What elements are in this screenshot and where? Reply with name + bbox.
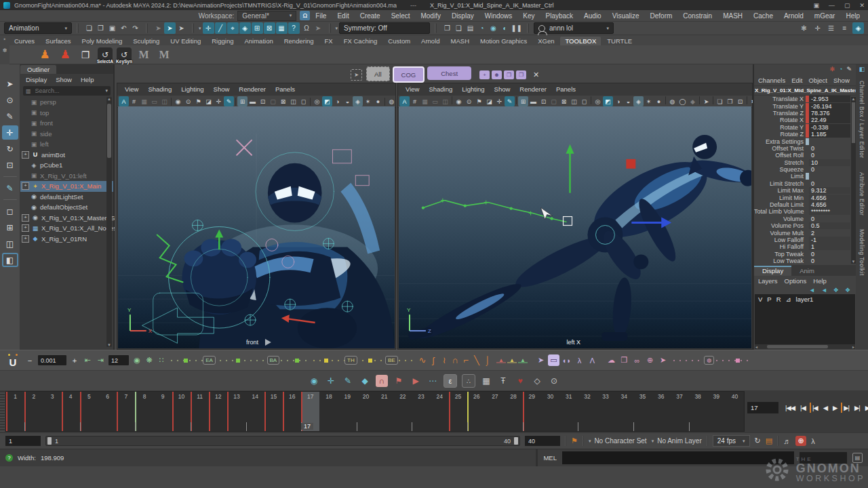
range-end-grip[interactable] [514,437,518,445]
screen-space-ao-icon[interactable]: ◻ [579,96,589,106]
timeline-frame[interactable]: 10 [172,392,191,431]
channel-box-menu-item[interactable]: Object [809,77,827,84]
step-forward-frame-button[interactable]: ▶| [853,403,861,413]
channel-attribute-row[interactable]: Total Limb Volume ******** [754,208,850,215]
timeline-frame[interactable]: 1 [6,392,24,431]
viewport-menu-item[interactable]: Renderer [515,85,551,93]
menu-item[interactable]: Windows [479,12,518,20]
timeline-frame[interactable]: 5 [80,392,98,431]
light-editor-icon[interactable]: ◐ [499,22,511,34]
attribute-value[interactable] [809,173,850,180]
time-slider-handle[interactable] [0,391,5,432]
overshoot-slider[interactable]: TH BE [312,355,414,365]
play-backwards-button[interactable]: ◀ [822,403,829,413]
timeline-frame[interactable]: 24 [431,392,449,431]
expand-icon[interactable] [22,151,29,159]
timeline-frame[interactable]: 40 [726,392,744,431]
menu-item[interactable]: Visualize [607,12,645,20]
layer-editor-tab[interactable]: Display [754,266,791,276]
rig-head-icon[interactable]: ◉ [308,375,320,387]
textured-icon[interactable]: ⊡ [538,96,549,106]
channel-box-menu-item[interactable]: Show [833,77,850,84]
attribute-value[interactable]: 1.185 [809,131,850,138]
tween-minus-button[interactable]: − [25,357,35,365]
curve-bounce-icon[interactable]: ∩ [450,355,460,365]
mash-editor-icon[interactable]: ✻ [798,22,810,34]
shelf-tab[interactable]: MASH [446,37,474,45]
soft-select-icon[interactable]: ? [288,22,300,34]
curve-linear-icon[interactable]: ╲ [471,355,482,365]
channel-attribute-row[interactable]: Volume 0 [754,216,850,222]
grease-pencil-icon[interactable]: ✎ [224,96,234,106]
expand-icon[interactable] [22,235,29,243]
timeline-frame[interactable]: 11 [191,392,209,431]
timeline-frame[interactable]: 27 [486,392,504,431]
search-icon[interactable]: ⊙ [548,375,560,387]
outliner-search[interactable]: ▥ ▾ [23,86,111,96]
open-scene-icon[interactable]: ❒ [95,22,106,34]
outliner-menu-item[interactable]: Help [81,76,94,83]
layer-editor-tab[interactable]: Anim [791,266,823,276]
textured-icon[interactable]: ⊡ [258,96,268,106]
shelf-tab[interactable]: Arnold [416,37,444,45]
attribute-value[interactable]: 0 [809,152,850,159]
slider-handle[interactable] [736,359,740,363]
timeline-frame[interactable]: 20 [357,392,375,431]
menu-item[interactable]: Arnold [778,12,809,20]
shelf-copy-skin-icon[interactable]: ❐ [77,47,94,63]
picker-tab[interactable]: All [366,66,390,81]
tangent-marker-green-icon[interactable]: ▲ [518,357,528,363]
picker-folder-icon[interactable]: ❒ [504,70,514,79]
timeline-frame[interactable]: 3 [43,392,61,431]
attribute-value[interactable]: 4.656 [809,201,850,208]
move-layer-down-icon[interactable]: ◄ [821,287,827,293]
shelf-tab[interactable]: Curves [9,37,39,45]
step-forward-key-button[interactable]: ▶| [841,403,850,413]
dot-path-icon[interactable]: ∴ [462,374,475,388]
curve-ease-icon[interactable]: ʃ [428,355,439,365]
shelf-tab[interactable]: XGen [533,37,559,45]
timeline-frame[interactable]: 7 [117,392,135,431]
play-forward-button[interactable]: ▶ [831,403,838,413]
help-icon[interactable]: ? [5,454,13,462]
outliner-item[interactable]: ◈ pCube1 [20,160,113,171]
tools-icon[interactable]: Ŧ [497,375,509,387]
film-gate-icon[interactable]: ▭ [149,96,159,106]
menu-set-selector[interactable]: Animation▾ [4,22,72,34]
pencil-edit-icon[interactable]: ✎ [846,66,852,74]
sidebar-dock-icon[interactable]: ◧ [859,66,865,73]
lock-selection-icon[interactable]: Ω [301,22,313,34]
all-lights-icon[interactable]: ⊠ [278,96,288,106]
current-frame-field[interactable]: 17 [747,402,778,413]
grease-pencil-icon[interactable]: ✎ [505,96,515,106]
shadows-icon[interactable]: ◫ [569,96,579,106]
menu-item[interactable]: Cache [748,12,778,20]
layer-editor-menu-item[interactable]: Help [813,277,827,285]
menu-item[interactable]: Key [517,12,540,20]
xray-icon[interactable]: ◩ [322,96,332,106]
clapper-icon[interactable]: ▤ [766,436,772,445]
channel-attribute-row[interactable]: Limit [754,173,850,180]
expand-icon[interactable] [22,214,29,222]
select-one-icon[interactable]: ➤ [535,354,547,366]
scroll-down-icon[interactable]: ▼ [106,343,112,347]
viewport-menu-item[interactable]: View [401,85,424,93]
outliner-item[interactable]: ▣ front [20,118,113,129]
snap-projected-center-icon[interactable]: ◈ [239,22,251,34]
film-gate-icon[interactable]: ▭ [430,96,440,106]
timeline-frame[interactable]: 21 [375,392,393,431]
euler-filter-icon[interactable]: ε [443,374,457,388]
last-tool-pencil-icon[interactable]: ✎ [2,181,18,195]
loop-icon[interactable]: ↻ [755,436,761,445]
channel-attribute-row[interactable]: Limit Max 9.312 [754,187,850,194]
new-scene-icon[interactable]: ❏ [83,22,95,34]
attribute-value[interactable]: 2 [809,230,850,237]
isolate-select-icon[interactable]: ◎ [593,96,603,106]
camera-lock-icon[interactable]: ⊙ [183,96,193,106]
wireframe-icon[interactable]: ⊞ [518,96,528,106]
slider-handle[interactable] [184,359,188,363]
motion-blur-icon[interactable]: ◯ [677,96,688,106]
select-component-icon[interactable]: ➤ [176,22,187,34]
outliner-item[interactable]: ✦ X_Rig_V_01:X_Main [20,181,113,192]
menu-item[interactable]: Playback [540,12,579,20]
